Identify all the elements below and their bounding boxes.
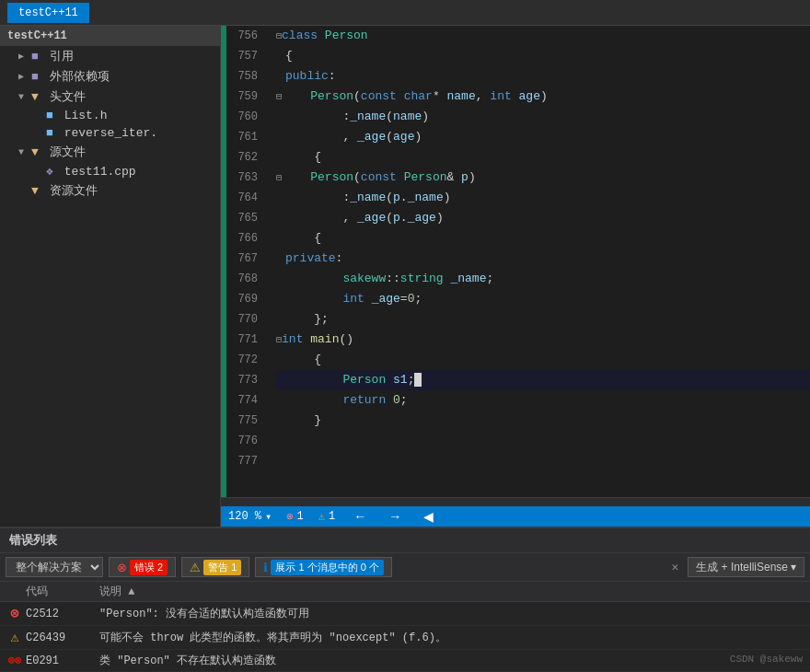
- code-line[interactable]: , _age(age): [276, 127, 810, 147]
- token-punct: (: [353, 170, 361, 184]
- token-num: 0: [393, 393, 400, 407]
- nav-forward[interactable]: →: [385, 509, 405, 524]
- line-number: 764: [226, 188, 265, 208]
- code-line[interactable]: , _age(p._age): [276, 208, 810, 228]
- code-line[interactable]: Person s1;: [276, 370, 810, 390]
- token-kw2: Person: [282, 170, 353, 184]
- code-line[interactable]: {: [276, 46, 810, 66]
- sidebar-item[interactable]: ❖ test11.cpp: [0, 162, 220, 180]
- token-kw2: Person: [325, 29, 368, 42]
- active-tab[interactable]: testC++11: [7, 3, 89, 23]
- tab-bar: testC++11: [0, 0, 810, 26]
- zoom-dropdown-btn[interactable]: ▾: [265, 510, 272, 524]
- tree-label: 外部依赖项: [50, 68, 110, 85]
- warning-filter-btn[interactable]: ⚠ 警告 1: [181, 557, 249, 577]
- error-table-header: 代码 说明 ▲: [0, 582, 810, 602]
- token-kw: int: [285, 292, 372, 306]
- line-number: 774: [226, 390, 265, 411]
- sidebar-item[interactable]: ▼ 资源文件: [0, 180, 220, 201]
- sidebar-header: testC++11: [0, 26, 220, 46]
- code-line[interactable]: [276, 431, 810, 451]
- code-line[interactable]: return 0;: [276, 390, 810, 411]
- line-number: 758: [226, 66, 265, 87]
- line-number: 777: [226, 451, 265, 471]
- forward-button[interactable]: →: [385, 509, 405, 524]
- token-member: _name: [350, 191, 386, 204]
- error-count: 1: [296, 510, 303, 523]
- token-punct: ,: [476, 89, 491, 103]
- error-filter-btn[interactable]: ⊗ 错误 2: [109, 557, 176, 577]
- code-line[interactable]: {: [276, 147, 810, 168]
- error-desc: 可能不会 throw 此类型的函数。将其声明为 "noexcept" (f.6)…: [99, 630, 806, 645]
- code-line[interactable]: ⊟int main(): [276, 330, 810, 350]
- tree-arrow: ▶: [18, 51, 31, 62]
- sidebar-item[interactable]: ▶■ 外部依赖项: [0, 66, 220, 87]
- build-btn[interactable]: 生成 + IntelliSense ▾: [688, 557, 804, 577]
- zoom-value: 120 %: [228, 510, 261, 523]
- token-punct: {: [285, 231, 321, 245]
- line-number: 766: [226, 228, 265, 249]
- token-kw2: Person: [282, 89, 353, 103]
- code-line[interactable]: [276, 451, 810, 471]
- code-line[interactable]: ⊟ Person(const Person& p): [276, 168, 810, 188]
- error-row[interactable]: ⊗⊗ E0291 类 "Person" 不存在默认构造函数: [0, 650, 810, 672]
- error-code: E0291: [26, 655, 99, 667]
- horizontal-scrollbar[interactable]: [221, 497, 810, 506]
- token-member: _name: [350, 110, 386, 123]
- error-row[interactable]: ⊗ C2512 "Person": 没有合适的默认构造函数可用: [0, 602, 810, 626]
- build-label: 生成 + IntelliSense: [696, 560, 788, 575]
- sidebar-item[interactable]: ▼▼ 头文件: [0, 87, 220, 107]
- sidebar-item[interactable]: ■ reverse_iter.: [0, 124, 220, 142]
- token-member: _age: [408, 211, 436, 225]
- sidebar-item[interactable]: ■ List.h: [0, 107, 220, 124]
- scope-filter[interactable]: 整个解决方案: [6, 557, 103, 577]
- warning-indicator: ⚠ 1: [318, 510, 335, 524]
- code-line[interactable]: {: [276, 228, 810, 249]
- error-panel: 错误列表 整个解决方案 ⊗ 错误 2 ⚠ 警告 1 ℹ 展示 1 个消息中的 0…: [0, 527, 810, 672]
- token-kw: private: [285, 251, 336, 265]
- code-line[interactable]: };: [276, 309, 810, 330]
- code-line[interactable]: public:: [276, 66, 810, 87]
- token-punct: (: [386, 211, 393, 225]
- line-number: 763: [226, 168, 265, 188]
- nav-back[interactable]: ←: [350, 509, 370, 524]
- row-icon: ⊗: [4, 605, 26, 622]
- code-line[interactable]: :_name(p._name): [276, 188, 810, 208]
- token-punct: .: [400, 211, 408, 225]
- token-punct: :: [329, 69, 336, 83]
- code-line[interactable]: ⊟class Person: [276, 26, 810, 46]
- sidebar: testC++11 ▶■ 引用▶■ 外部依赖项▼▼ 头文件■ List.h■ r…: [0, 26, 221, 527]
- code-line[interactable]: :_name(name): [276, 107, 810, 127]
- code-line[interactable]: int _age=0;: [276, 289, 810, 309]
- token-param: age: [519, 89, 540, 103]
- code-line[interactable]: ⊟ Person(const char* name, int age): [276, 87, 810, 107]
- watermark: CSDN @sakeww: [730, 654, 803, 665]
- code-area[interactable]: ⊟class Person{public:⊟ Person(const char…: [272, 26, 810, 497]
- tree-label: 资源文件: [50, 182, 98, 199]
- col-code-header: 代码: [26, 584, 99, 599]
- error-row[interactable]: ⚠ C26439 可能不会 throw 此类型的函数。将其声明为 "noexce…: [0, 626, 810, 650]
- collapse-button[interactable]: ◀: [420, 509, 437, 524]
- nav-collapse[interactable]: ◀: [420, 509, 437, 524]
- error-count-badge: 错误 2: [130, 560, 168, 575]
- code-line[interactable]: {: [276, 350, 810, 370]
- token-punct: ): [436, 211, 444, 225]
- back-button[interactable]: ←: [350, 509, 370, 524]
- code-line[interactable]: }: [276, 411, 810, 431]
- message-filter-btn[interactable]: ℹ 展示 1 个消息中的 0 个: [255, 557, 391, 577]
- zoom-level: 120 % ▾: [228, 510, 272, 524]
- tree-icon: ▼: [31, 184, 39, 198]
- token-kw: class: [282, 29, 325, 42]
- code-line[interactable]: private:: [276, 249, 810, 269]
- sidebar-item[interactable]: ▼▼ 源文件: [0, 142, 220, 162]
- editor-area: 7567577587597607617627637647657667677687…: [221, 26, 810, 527]
- token-punct: ,: [285, 130, 357, 144]
- error-panel-title: 错误列表: [0, 528, 810, 553]
- token-punct: ): [469, 170, 476, 184]
- sidebar-item[interactable]: ▶■ 引用: [0, 46, 220, 66]
- code-line[interactable]: sakeww::string _name;: [276, 269, 810, 289]
- tree-label: test11.cpp: [64, 165, 136, 179]
- line-number: 759: [226, 87, 265, 107]
- token-kw: const: [361, 170, 404, 184]
- main-area: testC++11 ▶■ 引用▶■ 外部依赖项▼▼ 头文件■ List.h■ r…: [0, 26, 810, 527]
